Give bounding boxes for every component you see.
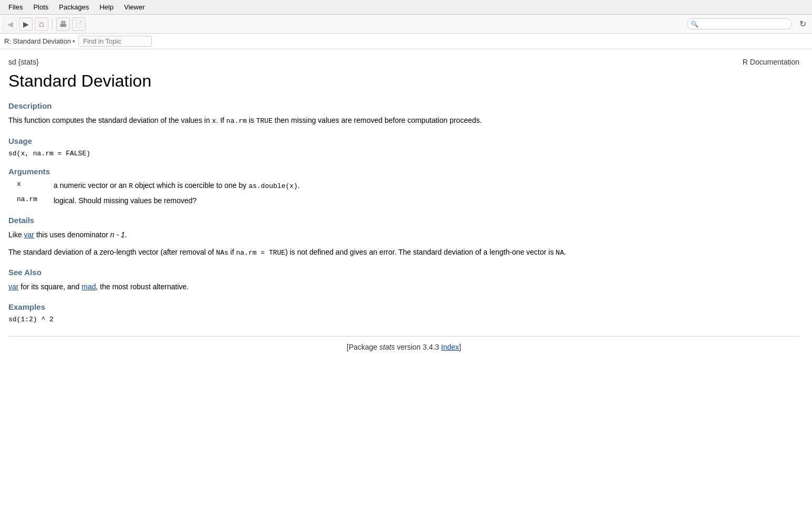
seealso-mad-link[interactable]: mad	[81, 282, 96, 291]
seealso-text: var for its square, and mad, the most ro…	[8, 281, 799, 292]
arg-code-asdouble: as.double(x)	[248, 182, 298, 190]
find-topic-input[interactable]	[78, 36, 152, 47]
find-icon: 📄	[75, 20, 82, 27]
arg-desc-narm: logical. Should missing values be remove…	[54, 195, 196, 206]
doc-title: Standard Deviation	[8, 71, 799, 91]
arg-row-x: x a numeric vector or an R object which …	[17, 180, 799, 192]
topic-dropdown-arrow: ▾	[72, 38, 75, 44]
section-examples-heading: Examples	[8, 302, 799, 311]
examples-code: sd(1:2) ^ 2	[8, 316, 799, 323]
doc-header: sd {stats} R Documentation	[8, 58, 799, 66]
search-input[interactable]	[687, 18, 792, 29]
footer-text-mid: version 3.4.3	[395, 343, 441, 351]
section-arguments-heading: Arguments	[8, 167, 799, 176]
refresh-icon: ↻	[799, 19, 806, 28]
section-details-heading: Details	[8, 216, 799, 225]
back-button[interactable]: ◀	[3, 17, 17, 31]
search-icon: 🔍	[691, 20, 699, 28]
arg-code-R: R	[129, 182, 133, 190]
topic-bar: R: Standard Deviation ▾	[0, 34, 812, 49]
topic-label[interactable]: R: Standard Deviation ▾	[4, 37, 75, 45]
menu-packages[interactable]: Packages	[54, 2, 94, 12]
arg-row-narm: na.rm logical. Should missing values be …	[17, 195, 799, 206]
seealso-var-link[interactable]: var	[8, 282, 18, 291]
arg-name-narm: na.rm	[17, 195, 54, 203]
search-wrapper: 🔍	[687, 18, 792, 29]
arg-desc-x: a numeric vector or an R object which is…	[54, 180, 300, 192]
doc-source: R Documentation	[743, 58, 799, 66]
footer-text-pre: [Package	[347, 343, 379, 351]
home-icon: ⌂	[39, 19, 44, 29]
print-button[interactable]: 🖶	[56, 17, 70, 31]
footer-package-italic: stats	[379, 343, 395, 351]
section-seealso-heading: See Also	[8, 268, 799, 277]
details-var-link[interactable]: var	[24, 230, 34, 239]
menu-files[interactable]: Files	[3, 2, 28, 12]
section-usage-heading: Usage	[8, 137, 799, 145]
toolbar-separator-1	[52, 18, 53, 30]
menu-plots[interactable]: Plots	[28, 2, 54, 12]
menu-viewer[interactable]: Viewer	[119, 2, 150, 12]
menu-bar: Files Plots Packages Help Viewer	[0, 0, 812, 15]
arg-name-x: x	[17, 180, 54, 188]
content-area: sd {stats} R Documentation Standard Devi…	[0, 49, 812, 514]
footer-text-post: ]	[459, 343, 461, 351]
details-code-na: NA	[556, 249, 564, 257]
section-description-heading: Description	[8, 101, 799, 110]
refresh-button[interactable]: ↻	[796, 18, 809, 30]
desc-code-true: TRUE	[256, 117, 273, 125]
details-text-1: Like var this uses denominator n - 1.	[8, 229, 799, 240]
desc-code-narm: na.rm	[226, 117, 247, 125]
doc-package: sd {stats}	[8, 58, 39, 66]
home-button[interactable]: ⌂	[35, 17, 48, 31]
print-icon: 🖶	[59, 20, 67, 28]
toolbar: ◀ ▶ ⌂ 🖶 📄 🔍 ↻	[0, 15, 812, 34]
description-text: This function computes the standard devi…	[8, 114, 799, 127]
menu-help[interactable]: Help	[94, 2, 119, 12]
topic-label-text: R: Standard Deviation	[4, 37, 71, 45]
arguments-table: x a numeric vector or an R object which …	[17, 180, 799, 207]
back-icon: ◀	[7, 20, 13, 28]
desc-code-x: x	[212, 117, 216, 125]
footer-index-link[interactable]: Index	[441, 343, 459, 351]
forward-button[interactable]: ▶	[19, 17, 33, 31]
doc-footer: [Package stats version 3.4.3 Index]	[8, 336, 799, 351]
details-text-2: The standard deviation of a zero-length …	[8, 246, 799, 259]
forward-icon: ▶	[23, 20, 29, 28]
find-button[interactable]: 📄	[72, 17, 86, 31]
usage-code: sd(x, na.rm = FALSE)	[8, 150, 799, 158]
details-code-narm-eq: na.rm = TRUE	[236, 249, 286, 257]
details-code-nas: NAs	[216, 249, 228, 257]
